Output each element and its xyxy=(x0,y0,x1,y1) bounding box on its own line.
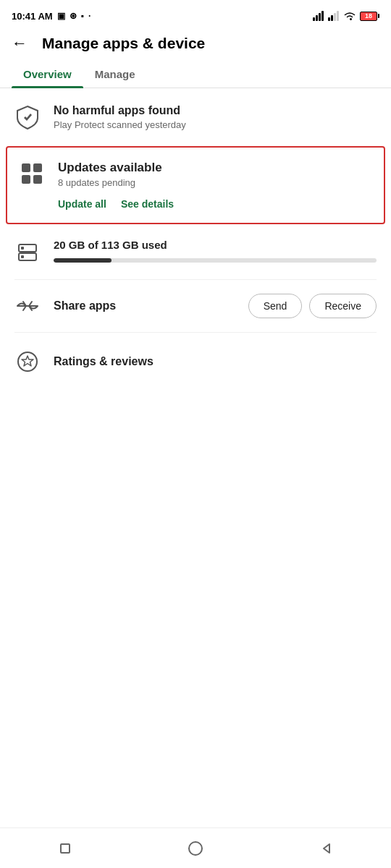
page-title: Manage apps & device xyxy=(42,35,205,52)
updates-card: Updates available 8 updates pending Upda… xyxy=(6,146,385,224)
svg-rect-1 xyxy=(316,15,318,21)
svg-marker-8 xyxy=(24,114,32,121)
grid-icon xyxy=(22,163,42,184)
notification-dot: · xyxy=(88,11,91,21)
svg-rect-11 xyxy=(21,247,24,250)
header: ← Manage apps & device xyxy=(0,29,391,61)
svg-point-14 xyxy=(18,352,37,371)
receive-button[interactable]: Receive xyxy=(309,294,377,318)
play-protect-subtitle: Play Protect scanned yesterday xyxy=(54,119,377,130)
status-time: 10:41 AM xyxy=(12,11,53,22)
status-indicators: 18 xyxy=(313,11,379,21)
notification-icon-2: ⊛ xyxy=(70,11,77,21)
ratings-reviews-section[interactable]: Ratings & reviews xyxy=(0,333,391,391)
svg-rect-4 xyxy=(328,17,330,21)
play-protect-section: No harmful apps found Play Protect scann… xyxy=(0,88,391,146)
storage-progress-track xyxy=(54,258,377,263)
svg-rect-2 xyxy=(319,13,321,21)
svg-rect-5 xyxy=(331,15,333,21)
ratings-content: Ratings & reviews xyxy=(54,355,377,368)
send-button[interactable]: Send xyxy=(248,294,303,318)
storage-progress-fill xyxy=(54,258,112,263)
play-protect-content: No harmful apps found Play Protect scann… xyxy=(54,104,377,130)
main-content: No harmful apps found Play Protect scann… xyxy=(0,88,391,391)
nav-recent-button[interactable] xyxy=(54,838,76,859)
signal-icon-1 xyxy=(313,11,324,21)
svg-rect-6 xyxy=(334,13,336,21)
see-details-button[interactable]: See details xyxy=(121,198,174,210)
signal-icon-2 xyxy=(328,11,340,21)
battery-tip xyxy=(378,14,379,18)
status-bar: 10:41 AM ▣ ⊛ ▪ · 18 xyxy=(0,0,391,29)
back-button[interactable]: ← xyxy=(12,35,28,51)
svg-rect-0 xyxy=(313,17,315,21)
tab-bar: Overview Manage xyxy=(0,61,391,88)
svg-rect-16 xyxy=(61,844,70,853)
tab-manage[interactable]: Manage xyxy=(83,61,147,88)
notification-icon-3: ▪ xyxy=(81,11,84,21)
share-apps-label: Share apps xyxy=(54,299,235,312)
ratings-title: Ratings & reviews xyxy=(54,355,377,368)
storage-icon xyxy=(14,239,41,265)
battery-body: 18 xyxy=(360,12,377,21)
play-protect-icon xyxy=(14,104,41,130)
nav-back-button[interactable] xyxy=(315,838,337,859)
tab-overview[interactable]: Overview xyxy=(12,61,83,88)
updates-title: Updates available xyxy=(58,161,372,175)
svg-marker-15 xyxy=(22,356,33,366)
storage-content: 20 GB of 113 GB used xyxy=(54,239,377,263)
bottom-nav xyxy=(0,827,391,868)
ratings-icon xyxy=(14,349,41,375)
updates-actions: Update all See details xyxy=(58,198,372,210)
wifi-icon xyxy=(343,12,356,21)
update-all-button[interactable]: Update all xyxy=(58,198,106,210)
svg-marker-18 xyxy=(324,844,329,853)
share-apps-buttons: Send Receive xyxy=(248,294,377,318)
storage-section: 20 GB of 113 GB used xyxy=(0,224,391,279)
svg-rect-7 xyxy=(337,11,339,21)
share-apps-section: Share apps Send Receive xyxy=(0,280,391,332)
share-apps-title: Share apps xyxy=(54,299,116,312)
svg-point-17 xyxy=(189,842,202,855)
updates-icon xyxy=(19,161,45,187)
updates-subtitle: 8 updates pending xyxy=(58,177,372,188)
share-apps-icon xyxy=(14,293,41,319)
nav-home-button[interactable] xyxy=(185,838,206,859)
notification-icon-1: ▣ xyxy=(57,11,65,21)
play-protect-title: No harmful apps found xyxy=(54,104,377,117)
svg-rect-12 xyxy=(21,255,24,258)
storage-title: 20 GB of 113 GB used xyxy=(54,239,377,251)
updates-content: Updates available 8 updates pending Upda… xyxy=(58,161,372,210)
battery-level: 18 xyxy=(365,12,372,20)
status-time-group: 10:41 AM ▣ ⊛ ▪ · xyxy=(12,11,91,22)
battery-indicator: 18 xyxy=(360,12,379,21)
svg-rect-3 xyxy=(321,11,324,21)
